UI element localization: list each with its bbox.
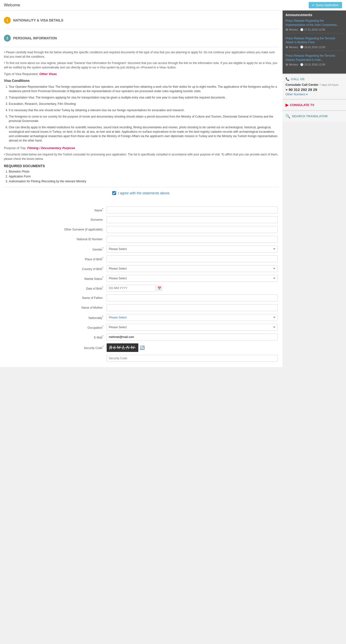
announcement-link[interactable]: Press Release Regarding the Terrorist At… [286, 54, 343, 62]
step1-circle: 1 [4, 17, 11, 24]
ministry-icon: 🏛 [286, 28, 288, 31]
captcha-refresh-icon[interactable]: 🔄 [140, 345, 145, 350]
gender-row: Gender* Please Select Male Female [4, 244, 279, 254]
calendar-icon[interactable]: 📅 [157, 285, 162, 291]
announcement-date: 🕐 17.01.2016 12:00 [300, 28, 325, 31]
announcement-date: 🕐 16.01.2016 12:00 [300, 46, 325, 49]
gender-select[interactable]: Please Select Male Female [107, 246, 278, 252]
ministry-icon: 🏛 [286, 46, 288, 49]
step1-header: 1 NATIONALITY & VISA DETAILS [4, 14, 279, 26]
email-label: E-Mail* [4, 332, 106, 342]
page-title: Welcome [4, 3, 20, 7]
security-code-required: * [102, 346, 103, 348]
ministry-icon: 🏛 [286, 63, 288, 66]
other-surname-row: Other Surname (if applicable): [4, 224, 279, 234]
occupation-row: Occupation* Please Select [4, 322, 279, 332]
nationality-required: * [102, 316, 103, 318]
mother-name-label: Name of Mother: [4, 303, 106, 312]
national-id-input[interactable] [107, 236, 278, 243]
surname-label: Surname: [4, 215, 106, 224]
name-required-star: * [102, 208, 103, 211]
marital-status-select[interactable]: Please Select [107, 275, 278, 282]
announcement-meta: 🏛 Ministry 🕐 16.01.2016 12:00 [286, 46, 343, 49]
announcements-title: Announcements [286, 13, 343, 17]
call-us-title: 📞 CALL US [286, 77, 343, 81]
gender-required-star: * [102, 247, 103, 250]
marital-status-required: * [102, 276, 103, 279]
date-input-wrapper: 📅 [107, 285, 278, 292]
query-check-icon: ✔ [312, 4, 315, 7]
captcha-image: R6WLNW [107, 344, 138, 352]
nationality-select[interactable]: Please Select [107, 314, 278, 321]
main-content: 1 NATIONALITY & VISA DETAILS 2 PERSONAL … [0, 10, 283, 367]
page-header: Welcome ✔ Query Application [0, 0, 346, 10]
date-of-birth-input[interactable] [107, 285, 156, 292]
date-of-birth-row: Date of Birth* 📅 [4, 283, 279, 293]
security-code-input[interactable] [107, 355, 278, 362]
announcement-date: 🕐 15.01.2016 12:00 [300, 63, 325, 66]
youtube-icon: ▶ [286, 103, 288, 107]
marital-status-label: Marital Status* [4, 274, 106, 283]
email-required: * [102, 335, 103, 338]
announcement-item: Press Release Regarding the Terrorist At… [286, 36, 343, 51]
announcement-source: 🏛 Ministry [286, 63, 298, 66]
clock-icon: 🕐 [300, 28, 304, 31]
phone-number: + 90 312 292 29 29 [286, 88, 343, 92]
country-of-birth-row: Country of Birth* Please Select [4, 264, 279, 274]
conditions-list: Tour Operator Representative Visa: The f… [4, 84, 279, 143]
divider3 [4, 187, 279, 187]
other-surname-label: Other Surname (if applicable): [4, 224, 106, 234]
gender-label: Gender* [4, 244, 106, 254]
country-of-birth-label: Country of Birth* [4, 264, 106, 274]
search-translator-panel: 🔍 SEARCH TRANSLATOR [283, 111, 346, 122]
country-of-birth-select[interactable]: Please Select [107, 265, 278, 272]
purpose-label: Purpose of Trip: [4, 146, 26, 150]
other-numbers-link[interactable]: Other Numbers ▾ [286, 93, 343, 96]
announcement-item: Press Release Regarding the Terrorist At… [286, 54, 343, 68]
condition-item: The foreigners to come to our country fo… [9, 114, 279, 123]
captcha-text: R6WLNW [109, 345, 136, 350]
nationality-row: Nationality* Please Select [4, 312, 279, 322]
docs-intro: • Documents listed below are required by… [4, 152, 279, 161]
doc-item: Application Form [9, 175, 279, 178]
nationality-label: Nationality* [4, 312, 106, 322]
agree-checkbox[interactable] [112, 191, 116, 195]
security-code-image-label: Security Code* [4, 342, 106, 354]
announcement-link[interactable]: Press Release Regarding the Terrorist At… [286, 36, 343, 45]
mother-name-input[interactable] [107, 304, 278, 311]
name-row: Name* [4, 205, 279, 215]
name-input[interactable] [107, 206, 278, 213]
security-code-image-row: Security Code* R6WLNW 🔄 [4, 342, 279, 354]
date-of-birth-label: Date of Birth* [4, 283, 106, 293]
place-of-birth-input[interactable] [107, 256, 278, 262]
country-of-birth-required: * [102, 267, 103, 269]
surname-row: Surname: [4, 215, 279, 224]
visa-type-label: Type of Visa Requested: [4, 72, 38, 76]
occupation-required: * [102, 325, 103, 328]
consulate-tv-title: ▶ CONSULATE TV [286, 103, 343, 107]
info-para1: • Please carefully read through the list… [4, 50, 279, 59]
docs-list: Biometric Photo Application Form Authori… [4, 170, 279, 183]
occupation-select[interactable]: Please Select [107, 324, 278, 331]
query-application-button[interactable]: ✔ Query Application [309, 2, 342, 8]
condition-item: It is necessary that the one should ente… [9, 108, 279, 112]
condition-item: Excavation, Research, Documentary, Film … [9, 102, 279, 106]
announcement-link[interactable]: Press Release Regarding the Implementati… [286, 19, 343, 27]
call-panel: 📞 CALL US Consulate Call Center 7 days 2… [283, 74, 346, 99]
call-center-info: Consulate Call Center 7 days 24 hours [286, 83, 343, 86]
national-id-row: National ID Number: [4, 234, 279, 244]
doc-item: Biometric Photo [9, 170, 279, 173]
other-surname-input[interactable] [107, 226, 278, 233]
step2-title: PERSONAL INFORMATION [13, 36, 57, 40]
right-sidebar: Announcements Press Release Regarding th… [283, 10, 346, 122]
step2-header: 2 PERSONAL INFORMATION [4, 32, 279, 44]
occupation-label: Occupation* [4, 322, 106, 332]
email-input[interactable] [107, 334, 278, 340]
mother-name-row: Name of Mother: [4, 303, 279, 312]
announcements-panel: Announcements Press Release Regarding th… [283, 10, 346, 74]
father-name-input[interactable] [107, 294, 278, 301]
purpose-row: Purpose of Trip: Filming / Documentary P… [4, 146, 279, 150]
call-hours: 7 days 24 hours [319, 83, 339, 86]
surname-input[interactable] [107, 216, 278, 223]
chevron-down-icon: ▾ [306, 93, 308, 96]
